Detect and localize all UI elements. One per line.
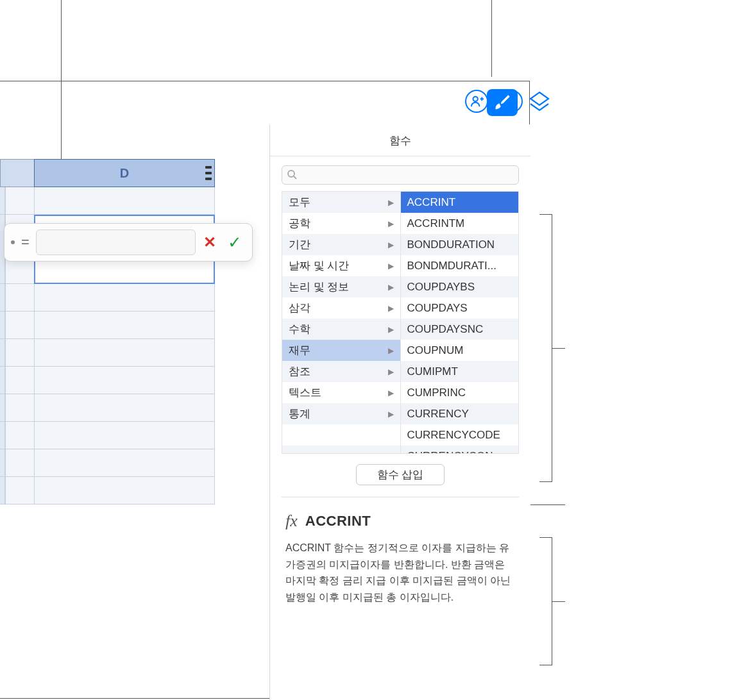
search-input[interactable] [282,165,519,185]
row-header[interactable] [0,394,5,422]
category-item[interactable]: 텍스트▶ [282,382,400,403]
category-item[interactable]: 삼각▶ [282,297,400,319]
function-label: BONDDURATION [407,238,495,251]
cell[interactable] [5,312,34,339]
function-item[interactable]: COUPDAYSNC [401,319,519,340]
category-item[interactable]: 재무▶ [282,340,400,361]
cell[interactable] [5,422,34,449]
category-label: 모두 [289,195,310,210]
formula-input[interactable] [36,229,196,255]
function-item[interactable]: CURRENCYCODE [401,424,519,446]
category-item[interactable]: 수학▶ [282,319,400,340]
cell[interactable] [34,367,215,394]
cell[interactable] [5,367,34,394]
category-item[interactable]: 참조▶ [282,361,400,382]
chevron-right-icon: ▶ [388,410,394,419]
cell[interactable] [5,477,34,504]
cell[interactable] [34,422,215,449]
category-item-empty [282,424,400,446]
cell[interactable] [34,449,215,477]
function-list[interactable]: ACCRINTACCRINTMBONDDURATIONBONDMDURATI..… [400,191,520,454]
function-label: ACCRINT [407,196,456,209]
paintbrush-icon [493,94,511,112]
cell[interactable] [34,394,215,422]
function-item[interactable]: BONDDURATION [401,234,519,255]
function-label: CUMIPMT [407,365,458,378]
category-list[interactable]: 모두▶공학▶기간▶날짜 및 시간▶논리 및 정보▶삼각▶수학▶재무▶참조▶텍스트… [282,191,400,454]
callout-bracket-browser [539,214,552,482]
callout-bracket-desc [539,537,552,665]
category-label: 통계 [289,406,310,421]
category-label: 날짜 및 시간 [289,258,349,273]
equals-sign: = [19,234,32,251]
function-item[interactable]: CUMPRINC [401,382,519,403]
function-label: COUPDAYSNC [407,323,484,336]
function-item[interactable]: CURRENCY [401,403,519,424]
search-icon [287,169,297,179]
function-item[interactable]: ACCRINTM [401,213,519,234]
function-description: fx ACCRINT ACCRINT 함수는 정기적으로 이자를 지급하는 유가… [270,497,530,619]
functions-sidebar: 함수 모두▶공학▶기간▶날짜 및 시간▶논리 및 정보▶삼각▶수학▶재무▶참조▶… [269,124,530,700]
svg-line-7 [294,176,296,179]
collaborate-button[interactable] [465,90,488,113]
cell[interactable] [5,394,34,422]
category-item[interactable]: 통계▶ [282,403,400,424]
category-item[interactable]: 공학▶ [282,213,400,234]
row-header[interactable] [0,422,5,449]
row-header[interactable] [0,284,5,312]
category-label: 기간 [289,237,310,252]
function-item[interactable]: CUMIPMT [401,361,519,382]
cell[interactable] [34,312,215,339]
category-label: 참조 [289,364,310,379]
category-item[interactable]: 기간▶ [282,234,400,255]
row-header[interactable] [0,367,5,394]
row-header[interactable] [0,312,5,339]
function-item[interactable]: ACCRINT [401,192,519,213]
cell[interactable] [34,284,215,312]
diamond-stack-icon [527,90,552,115]
cell[interactable] [5,187,34,215]
row-header[interactable] [0,187,5,215]
column-header-c[interactable] [0,159,34,187]
chevron-right-icon: ▶ [388,304,394,313]
formula-accept-button[interactable]: ✓ [224,233,246,253]
formula-handle-icon[interactable] [11,240,15,244]
chevron-right-icon: ▶ [388,388,394,397]
function-label: COUPDAYS [407,302,468,315]
category-item[interactable]: 모두▶ [282,192,400,213]
category-label: 논리 및 정보 [289,279,349,294]
row-header[interactable] [0,449,5,477]
fx-icon: fx [285,512,298,531]
category-label: 공학 [289,216,310,231]
insert-function-button[interactable]: 함수 삽입 [356,464,445,485]
cell[interactable] [5,284,34,312]
function-label: CUMPRINC [407,387,466,399]
category-item-empty [282,446,400,454]
function-item[interactable]: COUPNUM [401,340,519,361]
cell[interactable] [34,477,215,504]
svg-point-0 [473,97,478,101]
row-header[interactable] [0,477,5,504]
organize-button[interactable] [525,88,554,117]
cell[interactable] [5,339,34,367]
function-label: ACCRINTM [407,217,465,230]
description-body: ACCRINT 함수는 정기적으로 이자를 지급하는 유가증권의 미지급이자를 … [285,540,515,605]
category-item[interactable]: 논리 및 정보▶ [282,276,400,297]
format-button[interactable] [487,89,518,116]
formula-editor: = ✕ ✓ [4,223,253,262]
column-header-d[interactable]: D [34,159,215,187]
function-item[interactable]: COUPDAYS [401,297,519,319]
cell[interactable] [34,339,215,367]
cell[interactable] [34,187,215,215]
chevron-right-icon: ▶ [388,198,394,207]
cell[interactable] [5,449,34,477]
function-item[interactable]: BONDMDURATI... [401,255,519,276]
category-item[interactable]: 날짜 및 시간▶ [282,255,400,276]
function-item[interactable]: COUPDAYBS [401,276,519,297]
chevron-right-icon: ▶ [388,262,394,271]
function-item[interactable]: CURRENCYCON... [401,446,519,454]
formula-cancel-button[interactable]: ✕ [199,233,220,251]
callout-mid-browser [552,348,565,349]
column-handle-icon[interactable] [205,166,212,180]
row-header[interactable] [0,339,5,367]
